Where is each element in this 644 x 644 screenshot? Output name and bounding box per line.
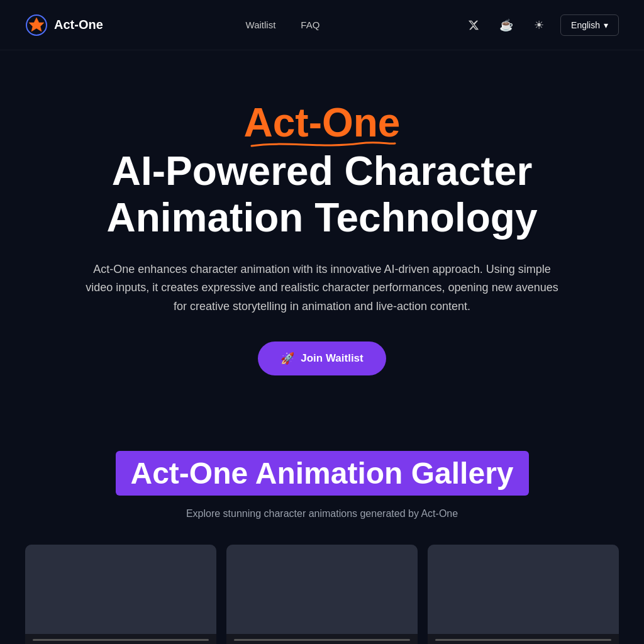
language-label: English <box>571 20 600 30</box>
nav-faq-link[interactable]: FAQ <box>301 19 319 30</box>
gallery-subtitle: Explore stunning character animations ge… <box>25 508 619 519</box>
hero-description: Act-One enhances character animation wit… <box>83 260 561 316</box>
video-player-1[interactable]: ▶ 0:00 🔇 ⛶ ⋮ <box>25 545 216 644</box>
video-player-3[interactable]: ▶ 0:00 🔇 ⛶ ⋮ <box>428 545 619 644</box>
video-progress-bar-1[interactable] <box>33 639 209 641</box>
coffee-icon: ☕ <box>499 18 513 32</box>
video-controls-2: ▶ 0:00 🔇 ⛶ ⋮ <box>226 634 418 644</box>
chevron-down-icon: ▾ <box>604 20 608 30</box>
svg-marker-1 <box>29 18 44 31</box>
hero-title-accent: Act-One <box>25 101 619 145</box>
nav-right: ☕ ☀ English ▾ <box>462 14 619 36</box>
gallery-grid: ▶ 0:00 🔇 ⛶ ⋮ <box>25 545 619 644</box>
theme-toggle-button[interactable]: ☀ <box>528 14 550 36</box>
gallery-title: Act-One Animation Gallery <box>25 451 619 508</box>
sun-icon: ☀ <box>534 18 544 32</box>
video-player-2[interactable]: ▶ 0:00 🔇 ⛶ ⋮ <box>226 545 418 644</box>
x-icon <box>468 19 479 31</box>
video-card-2: ▶ 0:00 🔇 ⛶ ⋮ <box>226 545 418 644</box>
nav-links: Waitlist FAQ <box>246 19 320 30</box>
gallery-section: Act-One Animation Gallery Explore stunni… <box>0 413 644 644</box>
logo-link[interactable]: Act-One <box>25 14 103 36</box>
video-card-1: ▶ 0:00 🔇 ⛶ ⋮ <box>25 545 216 644</box>
logo-icon <box>25 14 48 36</box>
nav-waitlist-link[interactable]: Waitlist <box>246 19 276 30</box>
logo-text: Act-One <box>54 18 103 32</box>
navbar: Act-One Waitlist FAQ ☕ ☀ English ▾ <box>0 0 644 50</box>
hero-section: Act-One AI-Powered Character Animation T… <box>0 50 644 413</box>
twitter-x-button[interactable] <box>462 14 485 36</box>
rocket-icon: 🚀 <box>280 352 294 365</box>
video-card-3: ▶ 0:00 🔇 ⛶ ⋮ <box>428 545 619 644</box>
join-waitlist-label: Join Waitlist <box>301 352 364 365</box>
join-waitlist-button[interactable]: 🚀 Join Waitlist <box>258 341 386 375</box>
video-controls-3: ▶ 0:00 🔇 ⛶ ⋮ <box>428 634 619 644</box>
video-controls-1: ▶ 0:00 🔇 ⛶ ⋮ <box>25 634 216 644</box>
hero-title-block: Act-One AI-Powered Character Animation T… <box>25 101 619 242</box>
hero-cta: 🚀 Join Waitlist <box>25 341 619 375</box>
coffee-button[interactable]: ☕ <box>495 14 518 36</box>
video-progress-bar-3[interactable] <box>435 639 611 641</box>
language-selector[interactable]: English ▾ <box>560 14 619 36</box>
video-progress-bar-2[interactable] <box>234 639 410 641</box>
hero-title-main: AI-Powered Character Animation Technolog… <box>25 148 619 241</box>
